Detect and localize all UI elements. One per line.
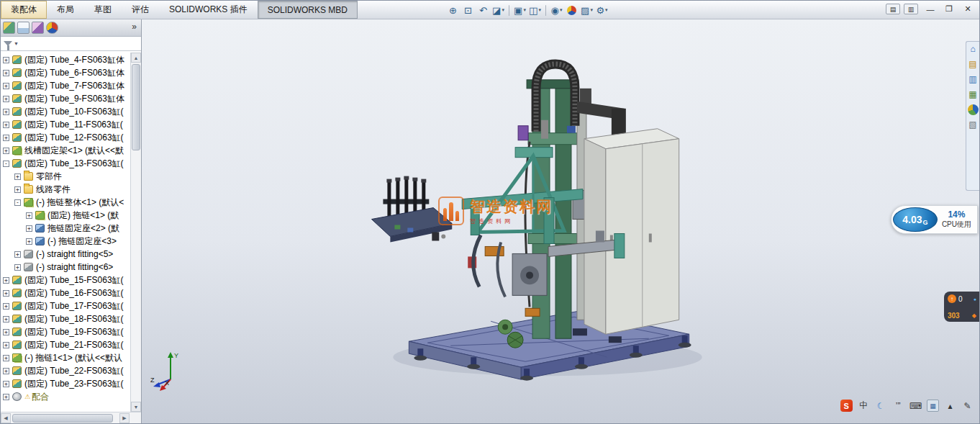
tree-expander[interactable]: +: [3, 57, 9, 63]
section-view-icon[interactable]: ◪ ▾: [491, 3, 506, 17]
tree-item[interactable]: + ⚠ 线路零件: [1, 183, 130, 196]
monitor-widget[interactable]: ↑ 0 ● 303 ◆: [944, 292, 979, 322]
apply-scene-icon[interactable]: ▨ ▾: [579, 3, 594, 17]
tree-item[interactable]: - ⚠ (固定) Tube_13-FS063缸(: [1, 157, 130, 170]
toolbox-icon[interactable]: ▦: [927, 400, 939, 412]
toolbar-separator-1[interactable]: ▾: [509, 5, 509, 16]
chinese-mode-icon[interactable]: 中: [858, 400, 870, 412]
minimize-button[interactable]: —: [922, 2, 939, 16]
punctuation-icon[interactable]: ’”: [892, 400, 904, 412]
tree-expander[interactable]: +: [3, 277, 9, 284]
tree-item[interactable]: + ⚠ (-) straight fitting<6>: [1, 261, 130, 274]
cpu-usage-widget[interactable]: 4.03G 14% CPU使用: [891, 205, 978, 234]
tree-expander[interactable]: +: [14, 173, 21, 180]
tray-expand-icon[interactable]: ▴: [944, 400, 956, 412]
tree-item[interactable]: + ⚠ 零部件: [1, 170, 130, 183]
tab-assembly[interactable]: 装配体: [1, 1, 47, 19]
scroll-thumb[interactable]: [132, 64, 140, 150]
close-button[interactable]: ✕: [959, 2, 976, 16]
tree-expander[interactable]: +: [3, 96, 9, 102]
scroll-left-arrow[interactable]: ◀: [1, 413, 11, 423]
tree-expander[interactable]: +: [3, 83, 9, 89]
scroll-down-arrow[interactable]: ▼: [131, 402, 141, 412]
file-explorer-icon[interactable]: ▥: [968, 74, 979, 85]
night-mode-icon[interactable]: ☾: [875, 400, 887, 412]
tree-expander[interactable]: +: [14, 251, 21, 258]
tree-item[interactable]: + ⚠ (固定) Tube_17-FS063缸(: [1, 299, 130, 312]
soft-keyboard-icon[interactable]: ⌨: [909, 400, 922, 412]
filter-dropdown-icon[interactable]: ▼: [14, 41, 19, 46]
tree-item[interactable]: + ⚠ (固定) 拖链<1> (默: [1, 209, 130, 222]
tree-vertical-scrollbar[interactable]: ▲ ▼: [130, 53, 141, 412]
tree-item[interactable]: + ⚠ (固定) Tube_23-FS063缸(: [1, 377, 130, 390]
graphics-area[interactable]: 智造资料网 智造资料网 Y Z X ⌂ ▤ ▥ ▦ ● ▧: [142, 19, 979, 423]
edit-appearance-icon[interactable]: ● ▾: [564, 3, 579, 17]
scroll-thumb[interactable]: [12, 414, 113, 423]
view-orientation-icon[interactable]: ▣ ▾: [512, 3, 527, 17]
tab-sketch[interactable]: 草图: [84, 1, 122, 19]
tree-expander[interactable]: +: [3, 394, 9, 400]
tab-solidworks-mbd[interactable]: SOLIDWORKS MBD: [258, 1, 358, 19]
tree-item[interactable]: + ⚠ (固定) Tube_21-FS063缸(: [1, 338, 130, 351]
view-settings-icon[interactable]: ⚙ ▾: [594, 3, 609, 17]
tree-expander[interactable]: +: [3, 316, 9, 322]
previous-view-icon[interactable]: ↶ ▾: [476, 3, 491, 17]
tree-item[interactable]: + ⚠ (固定) Tube_4-FS063缸体: [1, 53, 130, 66]
tree-horizontal-scrollbar[interactable]: ◀ ▶: [1, 412, 141, 423]
tree-item[interactable]: + ⚠ (固定) Tube_10-FS063缸(: [1, 105, 130, 118]
tree-expander[interactable]: +: [3, 355, 9, 361]
tree-expander[interactable]: +: [3, 135, 9, 141]
tree-expander[interactable]: -: [3, 161, 9, 167]
filter-funnel-icon[interactable]: [4, 41, 12, 46]
tree-expander[interactable]: +: [14, 264, 21, 271]
tree-item[interactable]: + ⚠ (固定) Tube_22-FS063缸(: [1, 364, 130, 377]
tree-item[interactable]: + ⚠ (-) straight fitting<5>: [1, 248, 130, 261]
tree-expander[interactable]: +: [14, 186, 21, 193]
hide-show-items-icon[interactable]: ◉ ▾: [549, 3, 564, 17]
pen-tool-icon[interactable]: ✎: [961, 400, 974, 412]
scroll-right-arrow[interactable]: ▶: [119, 413, 130, 423]
doc-window-2-icon[interactable]: ▥: [904, 4, 918, 14]
tree-expander[interactable]: +: [3, 70, 9, 76]
tree-item[interactable]: + ⚠ (-) 拖链固定座<3>: [1, 235, 130, 248]
configurationmanager-tab[interactable]: [32, 22, 44, 34]
tree-expander[interactable]: +: [3, 329, 9, 335]
dimxpertmanager-tab[interactable]: [46, 22, 58, 34]
toolbar-separator-2[interactable]: ▾: [545, 5, 546, 16]
tab-evaluate[interactable]: 评估: [122, 1, 159, 19]
home-icon[interactable]: ⌂: [968, 44, 979, 55]
design-library-icon[interactable]: ▤: [968, 59, 979, 70]
display-style-icon[interactable]: ◫ ▾: [527, 3, 543, 17]
tree-item[interactable]: + ⚠ 拖链固定座<2> (默: [1, 222, 130, 235]
panel-overflow-chevron[interactable]: »: [129, 22, 140, 32]
tree-item[interactable]: + ⚠ (固定) Tube_7-FS063缸体: [1, 79, 130, 92]
tree-expander[interactable]: +: [26, 212, 32, 219]
tree-expander[interactable]: -: [14, 199, 21, 206]
tree-expander[interactable]: +: [26, 225, 32, 232]
tree-item[interactable]: + ⚠ (固定) Tube_11-FS063缸(: [1, 118, 130, 131]
tree-item[interactable]: + ⚠ 配合: [1, 390, 130, 403]
tree-item[interactable]: + ⚠ (固定) Tube_19-FS063缸(: [1, 325, 130, 338]
tree-item[interactable]: + ⚠ (固定) Tube_12-FS063缸(: [1, 131, 130, 144]
doc-window-1-icon[interactable]: ▤: [886, 4, 900, 14]
tree-expander[interactable]: +: [3, 148, 9, 154]
appearances-icon[interactable]: ●: [968, 104, 979, 115]
scroll-up-arrow[interactable]: ▲: [131, 53, 141, 63]
propertymanager-tab[interactable]: [17, 22, 30, 34]
zoom-to-area-icon[interactable]: ⊡ ▾: [460, 3, 476, 17]
tree-expander[interactable]: +: [3, 109, 9, 115]
tree-item[interactable]: + ⚠ (-) 拖链1<1> (默认<<默认: [1, 351, 130, 364]
tree-expander[interactable]: +: [3, 342, 9, 348]
tree-item[interactable]: + ⚠ (固定) Tube_15-FS063缸(: [1, 274, 130, 287]
tree-item[interactable]: + ⚠ (固定) Tube_9-FS063缸体: [1, 92, 130, 105]
tree-item[interactable]: + ⚠ (固定) Tube_16-FS063缸(: [1, 287, 130, 299]
tree-item[interactable]: - ⚠ (-) 拖链整体<1> (默认<: [1, 196, 130, 209]
tree-expander[interactable]: +: [3, 368, 9, 374]
tree-expander[interactable]: +: [3, 122, 9, 128]
tab-solidworks-addins[interactable]: SOLIDWORKS 插件: [159, 1, 258, 19]
tree-expander[interactable]: +: [3, 290, 9, 297]
tree-expander[interactable]: +: [3, 381, 9, 387]
view-palette-icon[interactable]: ▦: [968, 89, 979, 100]
restore-button[interactable]: ❐: [940, 2, 958, 16]
tab-layout[interactable]: 布局: [47, 1, 84, 19]
